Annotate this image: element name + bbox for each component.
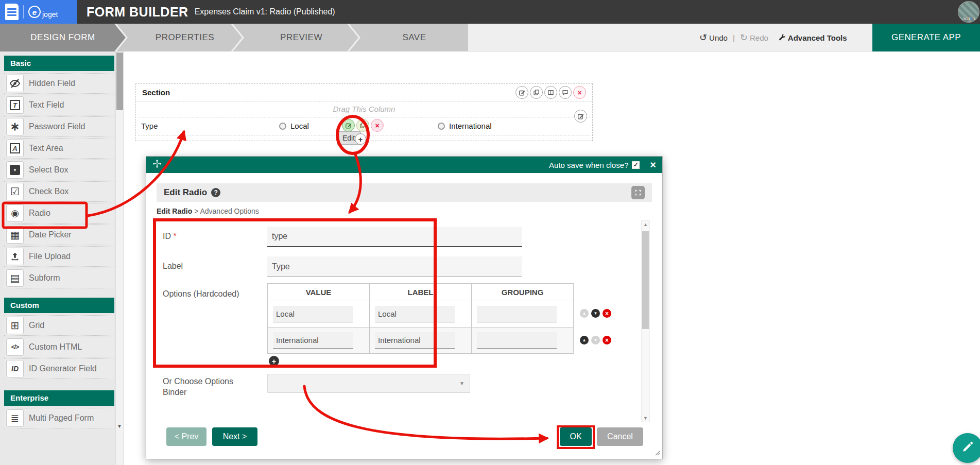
- column-drop-zone[interactable]: Drag This Column: [136, 101, 592, 117]
- sidebar-item-file-upload[interactable]: File Upload: [4, 246, 114, 267]
- advanced-tools-button[interactable]: Advanced Tools: [779, 33, 847, 42]
- section-comment-icon[interactable]: [559, 86, 572, 99]
- radio-button-icon[interactable]: [279, 123, 286, 130]
- dialog-scrollbar[interactable]: ▲ ▼: [641, 220, 650, 422]
- scroll-down-icon[interactable]: ▼: [643, 416, 648, 421]
- generate-app-button[interactable]: GENERATE APP: [872, 24, 980, 51]
- tab-properties[interactable]: PROPERTIES: [116, 24, 242, 51]
- radio-option-local[interactable]: Local: [279, 122, 309, 130]
- sidebar-item-radio[interactable]: ◉ Radio: [4, 203, 114, 223]
- section-columns-icon[interactable]: [544, 86, 557, 99]
- option-value-input[interactable]: Local: [273, 306, 353, 322]
- sidebar-item-multi-paged-form[interactable]: ≣ Multi Paged Form: [4, 408, 114, 428]
- sidebar-item-subform[interactable]: ▤ Subform: [4, 268, 114, 288]
- binder-label-line2: Binder: [163, 388, 186, 397]
- options-field-label: Options (Hardcoded): [163, 289, 239, 299]
- radio-option-international[interactable]: International: [438, 122, 492, 130]
- field-delete-icon[interactable]: ×: [371, 119, 384, 132]
- redo-button[interactable]: ↻ Redo: [740, 33, 768, 42]
- sidebar-item-id-generator[interactable]: ID ID Generator Field: [4, 358, 114, 379]
- tab-preview[interactable]: PREVIEW: [233, 24, 358, 51]
- section-header: Section ×: [136, 84, 592, 101]
- sidebar-scrollbar[interactable]: ▼: [115, 51, 124, 465]
- add-field-icon[interactable]: +: [355, 133, 366, 145]
- wrench-icon: [779, 33, 786, 42]
- sidebar-item-text-area[interactable]: A Text Area: [4, 138, 114, 159]
- page-title: FORM BUILDER: [87, 5, 188, 20]
- sidebar-item-grid[interactable]: ⊞ Grid: [4, 315, 114, 336]
- scroll-up-icon[interactable]: ▲: [643, 222, 648, 227]
- quick-edit-fab[interactable]: [953, 433, 980, 463]
- column-header-label: LABEL: [370, 284, 472, 301]
- logo-divider: [23, 5, 24, 19]
- sidebar-scrollbar-thumb[interactable]: [116, 53, 123, 110]
- undo-icon: ↺: [699, 33, 707, 42]
- sidebar-item-text-field[interactable]: T Text Field: [4, 95, 114, 115]
- resize-handle[interactable]: [654, 449, 660, 458]
- option-label-input[interactable]: International: [375, 332, 455, 349]
- radio-icon: ◉: [6, 204, 24, 222]
- autosave-checkbox[interactable]: ✓: [632, 161, 640, 169]
- option-value-input[interactable]: International: [273, 332, 353, 349]
- section-copy-icon[interactable]: [530, 86, 543, 99]
- logo-box[interactable]: e joget: [0, 0, 77, 24]
- breadcrumb-current: Advanced Options: [200, 207, 259, 215]
- check-box-icon: ☑: [6, 183, 24, 200]
- field-edit-icon[interactable]: [342, 119, 355, 132]
- field-copy-icon[interactable]: [356, 119, 369, 132]
- next-button[interactable]: Next >: [212, 427, 257, 446]
- tab-save[interactable]: SAVE: [349, 24, 468, 51]
- add-row-icon[interactable]: +: [269, 356, 279, 366]
- move-up-icon[interactable]: ▲: [580, 336, 589, 345]
- avatar[interactable]: admin: [958, 1, 979, 23]
- move-icon[interactable]: [152, 159, 162, 170]
- options-binder-select[interactable]: ▼: [267, 374, 470, 392]
- expand-icon[interactable]: [631, 186, 645, 199]
- redo-icon: ↻: [740, 33, 748, 42]
- option-grouping-input[interactable]: [477, 332, 557, 349]
- id-icon: ID: [6, 360, 24, 377]
- column-header-grouping: GROUPING: [472, 284, 574, 301]
- sidebar-item-check-box[interactable]: ☑ Check Box: [4, 181, 114, 202]
- close-icon[interactable]: ×: [650, 160, 656, 170]
- section-delete-icon[interactable]: ×: [573, 86, 586, 99]
- form-section[interactable]: Section × Drag This Column Type Local ×: [135, 83, 593, 141]
- dialog-title: Edit Radio: [164, 187, 207, 198]
- sidebar-item-password-field[interactable]: ∗ Password Field: [4, 116, 114, 137]
- sidebar-scroll-down-icon[interactable]: ▼: [117, 423, 122, 429]
- id-input[interactable]: type: [267, 227, 522, 247]
- document-icon: [5, 4, 19, 20]
- delete-row-icon[interactable]: ×: [603, 336, 611, 345]
- label-field-label: Label: [163, 262, 183, 271]
- breadcrumb-root[interactable]: Edit Radio: [157, 207, 192, 215]
- label-input[interactable]: Type: [267, 256, 522, 277]
- sidebar-item-date-picker[interactable]: ▦ Date Picker: [4, 225, 114, 245]
- app-header: e joget FORM BUILDER Expenses Claim v1: …: [0, 0, 980, 24]
- field-label: Type: [141, 122, 158, 130]
- cancel-button[interactable]: Cancel: [597, 427, 643, 446]
- sidebar-item-custom-html[interactable]: </> Custom HTML: [4, 337, 114, 357]
- option-label-input[interactable]: Local: [375, 306, 455, 322]
- binder-label-line1: Or Choose Options: [163, 377, 233, 386]
- radio-button-icon[interactable]: [438, 123, 445, 130]
- multi-page-icon: ≣: [6, 409, 24, 427]
- breadcrumb: Edit Radio > Advanced Options: [157, 207, 652, 215]
- undo-button[interactable]: ↺ Undo: [699, 33, 728, 42]
- help-icon[interactable]: ?: [211, 188, 220, 197]
- sidebar-item-hidden-field[interactable]: Hidden Field: [4, 73, 114, 94]
- radio-field-row[interactable]: Type Local × International: [138, 117, 590, 135]
- sidebar-item-select-box[interactable]: ▼ Select Box: [4, 160, 114, 180]
- section-edit-icon[interactable]: [515, 86, 528, 99]
- grid-icon: ⊞: [6, 317, 24, 334]
- section-label: Section: [142, 88, 170, 97]
- ok-button[interactable]: OK: [560, 427, 592, 446]
- dialog-titlebar[interactable]: Auto save when close? ✓ ×: [146, 157, 662, 173]
- tab-design-form[interactable]: DESIGN FORM: [0, 24, 126, 51]
- move-down-icon[interactable]: ▼: [591, 309, 600, 318]
- text-field-icon: T: [6, 96, 24, 114]
- dialog-scrollbar-thumb[interactable]: [642, 231, 649, 329]
- text-area-icon: A: [6, 140, 24, 157]
- option-grouping-input[interactable]: [477, 306, 557, 322]
- delete-row-icon[interactable]: ×: [603, 309, 611, 318]
- prev-button[interactable]: < Prev: [166, 427, 207, 446]
